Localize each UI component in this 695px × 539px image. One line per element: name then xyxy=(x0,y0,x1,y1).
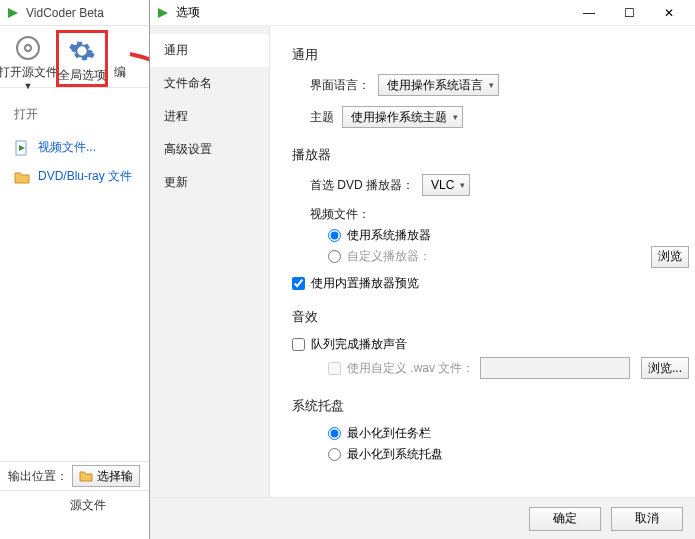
app-icon xyxy=(6,6,20,20)
section-header-tray: 系统托盘 xyxy=(292,397,687,415)
use-builtin-preview-checkbox[interactable] xyxy=(292,277,305,290)
theme-row: 主题 使用操作系统主题 ▾ xyxy=(310,106,687,128)
ui-language-combo[interactable]: 使用操作系统语言 ▾ xyxy=(378,74,499,96)
sidebar-item-advanced[interactable]: 高级设置 xyxy=(150,133,269,166)
svg-marker-9 xyxy=(158,8,168,18)
output-label: 输出位置： xyxy=(8,468,68,485)
minimize-tray-label: 最小化到系统托盘 xyxy=(347,446,443,463)
chevron-down-icon: ▼ xyxy=(24,81,33,91)
theme-value: 使用操作系统主题 xyxy=(351,109,447,126)
preferred-player-label: 首选 DVD 播放器： xyxy=(310,177,414,194)
custom-wav-row: 使用自定义 .wav 文件： 浏览... xyxy=(328,357,687,379)
preferred-player-combo[interactable]: VLC ▾ xyxy=(422,174,470,196)
sidebar-item-label: 进程 xyxy=(164,109,188,123)
ok-label: 确定 xyxy=(553,510,577,527)
theme-label: 主题 xyxy=(310,109,334,126)
minimize-taskbar-row: 最小化到任务栏 xyxy=(328,425,687,442)
cancel-button[interactable]: 取消 xyxy=(611,507,683,531)
use-custom-player-label: 自定义播放器： xyxy=(347,248,431,265)
source-file-label: 源文件 xyxy=(70,497,106,514)
section-header-general: 通用 xyxy=(292,46,687,64)
file-icon xyxy=(14,140,30,156)
global-options-label: 全局选项 xyxy=(58,67,106,84)
open-video-files-label: 视频文件... xyxy=(38,139,96,156)
close-button[interactable]: ✕ xyxy=(649,1,689,25)
folder-icon xyxy=(14,169,30,185)
dialog-title-bar: 选项 ― ☐ ✕ xyxy=(150,0,695,26)
custom-wav-label: 使用自定义 .wav 文件： xyxy=(347,360,474,377)
video-files-label: 视频文件： xyxy=(310,206,370,223)
third-toolbar-label: 编 xyxy=(114,64,126,81)
browse-player-button[interactable]: 浏览 xyxy=(651,246,689,268)
ok-button[interactable]: 确定 xyxy=(529,507,601,531)
use-custom-player-row: 自定义播放器： 浏览 xyxy=(328,248,687,265)
dialog-body: 通用 文件命名 进程 高级设置 更新 通用 界面语言： 使用操作系统语言 ▾ 主… xyxy=(150,26,695,497)
options-dialog: 选项 ― ☐ ✕ 通用 文件命名 进程 高级设置 更新 通用 界面语言： 使用操… xyxy=(149,0,695,539)
theme-combo[interactable]: 使用操作系统主题 ▾ xyxy=(342,106,463,128)
video-files-row: 视频文件： xyxy=(310,206,687,223)
dialog-title: 选项 xyxy=(176,4,569,21)
gear-icon xyxy=(68,37,96,65)
minimize-tray-row: 最小化到系统托盘 xyxy=(328,446,687,463)
browse-wav-button[interactable]: 浏览... xyxy=(641,357,689,379)
chevron-down-icon: ▾ xyxy=(453,112,458,122)
maximize-button[interactable]: ☐ xyxy=(609,1,649,25)
use-system-player-radio[interactable] xyxy=(328,229,341,242)
third-toolbar-button-partial[interactable]: 编 xyxy=(110,30,130,81)
chevron-down-icon: ▾ xyxy=(460,180,465,190)
sidebar-item-label: 高级设置 xyxy=(164,142,212,156)
dialog-footer: 确定 取消 xyxy=(150,497,695,539)
sidebar-item-filenaming[interactable]: 文件命名 xyxy=(150,67,269,100)
open-source-label: 打开源文件 xyxy=(0,64,58,81)
sidebar-item-label: 文件命名 xyxy=(164,76,212,90)
ui-language-row: 界面语言： 使用操作系统语言 ▾ xyxy=(310,74,687,96)
queue-sound-label: 队列完成播放声音 xyxy=(311,336,407,353)
dialog-sidebar: 通用 文件命名 进程 高级设置 更新 xyxy=(150,26,270,497)
window-buttons: ― ☐ ✕ xyxy=(569,1,689,25)
preferred-player-row: 首选 DVD 播放器： VLC ▾ xyxy=(310,174,687,196)
preferred-player-value: VLC xyxy=(431,178,454,192)
app-title: VidCoder Beta xyxy=(26,6,104,20)
section-header-sound: 音效 xyxy=(292,308,687,326)
minimize-button[interactable]: ― xyxy=(569,1,609,25)
svg-point-2 xyxy=(25,45,31,51)
queue-sound-checkbox[interactable] xyxy=(292,338,305,351)
svg-marker-0 xyxy=(8,8,18,18)
global-options-button[interactable]: 全局选项 xyxy=(56,30,108,87)
app-icon xyxy=(156,6,170,20)
disc-icon xyxy=(14,34,42,62)
browse-label: 浏览... xyxy=(648,360,682,377)
custom-wav-field[interactable] xyxy=(480,357,630,379)
minimize-taskbar-label: 最小化到任务栏 xyxy=(347,425,431,442)
sidebar-item-update[interactable]: 更新 xyxy=(150,166,269,199)
cancel-label: 取消 xyxy=(635,510,659,527)
open-source-button[interactable]: 打开源文件 ▼ xyxy=(2,30,54,91)
minimize-taskbar-radio[interactable] xyxy=(328,427,341,440)
section-header-player: 播放器 xyxy=(292,146,687,164)
svg-point-1 xyxy=(17,37,39,59)
sidebar-item-label: 通用 xyxy=(164,43,188,57)
folder-icon xyxy=(79,469,93,483)
use-builtin-preview-label: 使用内置播放器预览 xyxy=(311,275,419,292)
use-builtin-preview-row: 使用内置播放器预览 xyxy=(292,275,687,292)
open-dvd-bluray-label: DVD/Blu-ray 文件 xyxy=(38,168,132,185)
use-custom-player-radio[interactable] xyxy=(328,250,341,263)
sidebar-item-label: 更新 xyxy=(164,175,188,189)
browse-label: 浏览 xyxy=(658,248,682,265)
sidebar-item-process[interactable]: 进程 xyxy=(150,100,269,133)
custom-wav-checkbox[interactable] xyxy=(328,362,341,375)
choose-output-button[interactable]: 选择输 xyxy=(72,465,140,487)
minimize-tray-radio[interactable] xyxy=(328,448,341,461)
dialog-content: 通用 界面语言： 使用操作系统语言 ▾ 主题 使用操作系统主题 ▾ 播放器 首选… xyxy=(270,26,695,497)
sidebar-item-general[interactable]: 通用 xyxy=(150,34,269,67)
chevron-down-icon: ▾ xyxy=(489,80,494,90)
use-system-player-label: 使用系统播放器 xyxy=(347,227,431,244)
ui-language-label: 界面语言： xyxy=(310,77,370,94)
use-system-player-row: 使用系统播放器 xyxy=(328,227,687,244)
queue-sound-row: 队列完成播放声音 xyxy=(292,336,687,353)
choose-output-label: 选择输 xyxy=(97,468,133,485)
ui-language-value: 使用操作系统语言 xyxy=(387,77,483,94)
